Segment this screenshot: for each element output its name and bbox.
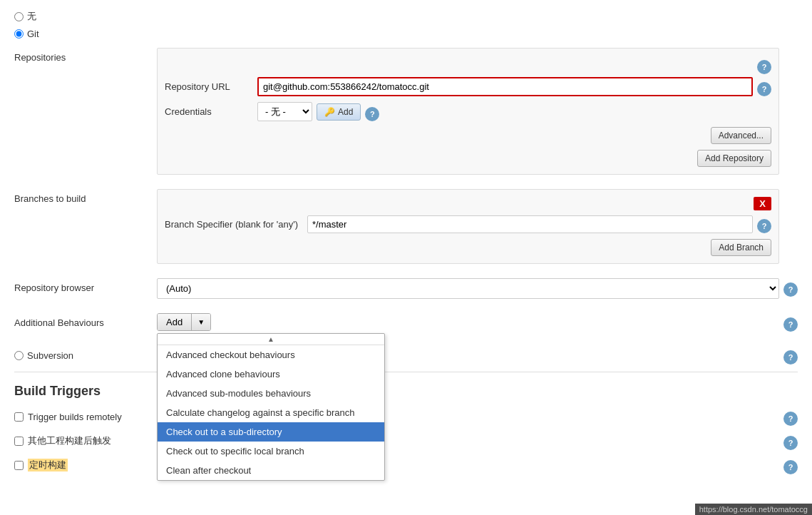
divider [14, 372, 798, 372]
repo-url-label: Repository URL [165, 81, 257, 92]
repo-browser-section: Repository browser (Auto) ? [0, 272, 812, 305]
other-project-help-icon[interactable]: ? [783, 436, 798, 450]
branch-specifier-field-wrap [307, 215, 753, 233]
repo-url-input[interactable] [257, 77, 753, 96]
behaviour-item-5[interactable]: Check out to specific local branch [158, 442, 384, 461]
other-project-row: 其他工程构建后触发 [14, 434, 779, 447]
behaviour-item-6[interactable]: Clean after checkout [158, 461, 384, 480]
add-branch-row: Add Branch [165, 239, 771, 256]
repositories-content: ? Repository URL ? Credentials - 无 - 🔑 [157, 48, 779, 175]
credentials-row: Credentials - 无 - 🔑 Add ? [165, 102, 771, 121]
trigger-remotely-help-icon[interactable]: ? [783, 412, 798, 426]
subversion-help-icon[interactable]: ? [783, 350, 798, 364]
credentials-controls: - 无 - 🔑 Add [257, 102, 361, 121]
behaviour-item-2[interactable]: Advanced sub-modules behaviours [158, 384, 384, 403]
branch-specifier-input[interactable] [307, 215, 753, 233]
key-icon: 🔑 [324, 107, 335, 117]
radio-none-row: 无 [0, 7, 812, 26]
behaviour-item-4[interactable]: Check out to a sub-directory [158, 422, 384, 442]
advanced-button[interactable]: Advanced... [711, 127, 771, 144]
radio-subversion[interactable] [14, 351, 24, 360]
additional-behaviours-help-icon[interactable]: ? [783, 317, 798, 332]
periodic-build-help-icon[interactable]: ? [783, 460, 798, 474]
trigger-remotely-label: Trigger builds remotely [28, 412, 122, 422]
repo-browser-label: Repository browser [14, 278, 157, 293]
repo-browser-select[interactable]: (Auto) [157, 278, 779, 299]
behaviour-item-0[interactable]: Advanced checkout behaviours [158, 345, 384, 364]
credentials-select[interactable]: - 无 - [257, 102, 312, 121]
additional-behaviours-label: Additional Behaviours [14, 313, 157, 328]
subversion-label: Subversion [27, 350, 73, 361]
other-project-checkbox[interactable] [14, 437, 24, 446]
credentials-help-icon[interactable]: ? [365, 107, 379, 121]
add-behaviour-button[interactable]: Add [158, 314, 192, 330]
branches-section: Branches to build X Branch Specifier (bl… [0, 183, 812, 270]
repositories-section: Repositories ? Repository URL ? Credenti… [0, 42, 812, 180]
repo-url-field-wrap [257, 77, 753, 96]
branch-specifier-label: Branch Specifier (blank for 'any') [165, 219, 307, 230]
build-triggers-title: Build Triggers [0, 377, 812, 404]
periodic-build-label: 定时构建 [28, 459, 68, 471]
additional-behaviours-wrap: Add ▼ ▲ Advanced checkout behaviours Adv… [157, 313, 211, 331]
repo-browser-help-icon[interactable]: ? [783, 282, 798, 297]
radio-none-label: 无 [27, 10, 36, 23]
repo-browser-field-wrap: (Auto) [157, 278, 779, 299]
trigger-remotely-checkbox[interactable] [14, 412, 24, 422]
periodic-build-row: 定时构建 [14, 459, 779, 471]
add-button-group: Add ▼ [157, 313, 211, 331]
repositories-help-icon[interactable]: ? [757, 60, 771, 74]
url-footer: https://blog.csdn.net/tomatoccg [695, 504, 812, 515]
other-project-label: 其他工程构建后触发 [28, 434, 111, 447]
branch-header: X [165, 197, 771, 210]
behaviour-item-1[interactable]: Advanced clone behaviours [158, 364, 384, 384]
add-branch-button[interactable]: Add Branch [711, 239, 771, 256]
radio-none[interactable] [14, 12, 24, 21]
repositories-label: Repositories [14, 48, 157, 63]
branches-label: Branches to build [14, 189, 157, 204]
subversion-row: Subversion ? [0, 343, 812, 367]
radio-git[interactable] [14, 29, 24, 39]
remove-branch-button[interactable]: X [754, 197, 771, 210]
add-repository-button[interactable]: Add Repository [697, 150, 771, 167]
advanced-row: Advanced... [165, 127, 771, 144]
radio-git-label: Git [27, 29, 39, 39]
additional-behaviours-section: Additional Behaviours Add ▼ ▲ Advanced c… [0, 307, 812, 337]
add-repository-row: Add Repository [165, 150, 771, 167]
credentials-label: Credentials [165, 106, 257, 117]
credentials-add-button[interactable]: 🔑 Add [317, 103, 361, 121]
behaviours-dropdown-menu: ▲ Advanced checkout behaviours Advanced … [157, 333, 385, 481]
branches-content: X Branch Specifier (blank for 'any') ? A… [157, 189, 779, 264]
add-behaviour-caret[interactable]: ▼ [192, 314, 210, 330]
repo-url-row: Repository URL ? [165, 77, 771, 96]
radio-git-row: Git [0, 26, 812, 42]
branch-specifier-help-icon[interactable]: ? [757, 219, 771, 233]
periodic-build-checkbox[interactable] [14, 461, 24, 470]
repo-url-help-icon[interactable]: ? [757, 82, 771, 96]
dropdown-arrow: ▲ [158, 334, 384, 345]
branch-specifier-row: Branch Specifier (blank for 'any') ? [165, 215, 771, 233]
trigger-remotely-row: Trigger builds remotely [14, 412, 779, 422]
behaviour-item-3[interactable]: Calculate changelog against a specific b… [158, 403, 384, 422]
